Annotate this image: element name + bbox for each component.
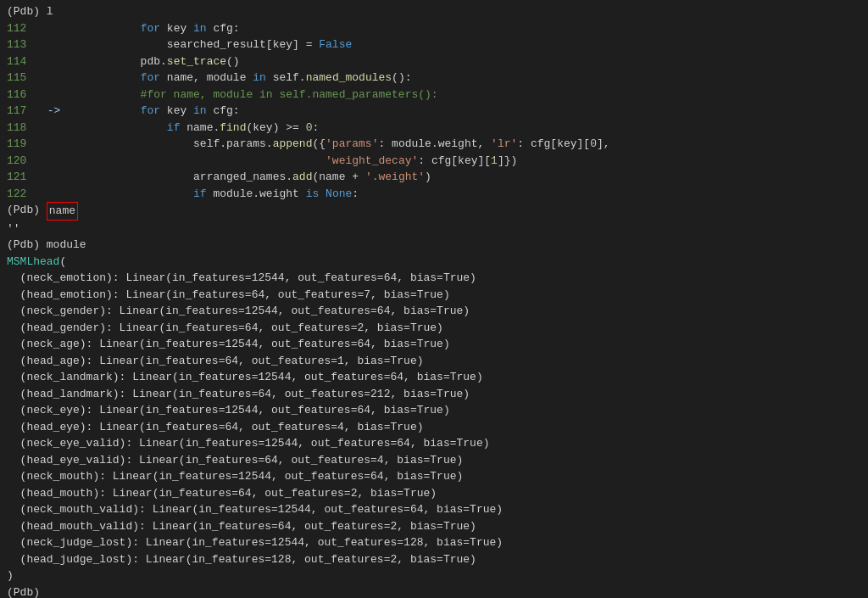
code-line-117: 117 -> for key in cfg: xyxy=(7,103,861,120)
pdb-module-line: (Pdb) module xyxy=(7,237,861,254)
module-neck-eye: (neck_eye): Linear(in_features=12544, ou… xyxy=(7,402,861,419)
module-neck-judge-lost: (neck_judge_lost): Linear(in_features=12… xyxy=(7,534,861,551)
module-text: (neck_mouth): Linear(in_features=12544, … xyxy=(7,468,463,485)
module-text: (head_eye): Linear(in_features=64, out_f… xyxy=(7,419,423,436)
pdb-name-line: (Pdb) name xyxy=(7,202,861,221)
module-text: (neck_mouth_valid): Linear(in_features=1… xyxy=(7,501,503,518)
code-line-121: 121 arranged_names.add(name + '.weight') xyxy=(7,169,861,186)
line-number-121: 121 xyxy=(7,169,41,186)
line-number-115: 115 xyxy=(7,70,41,87)
module-neck-age: (neck_age): Linear(in_features=12544, ou… xyxy=(7,336,861,353)
line-number-122: 122 xyxy=(7,186,41,203)
code-112: for key in cfg: xyxy=(61,20,240,37)
line-number-118: 118 xyxy=(7,120,41,137)
module-head-judge-lost: (head_judge_lost): Linear(in_features=12… xyxy=(7,551,861,568)
module-head-gender: (head_gender): Linear(in_features=64, ou… xyxy=(7,320,861,337)
arrow-112 xyxy=(41,20,61,37)
code-119: self.params.append({'params': module.wei… xyxy=(61,136,610,153)
line-number-120: 120 xyxy=(7,153,41,170)
line-number-117: 117 xyxy=(7,103,41,120)
module-head-mouth: (head_mouth): Linear(in_features=64, out… xyxy=(7,485,861,502)
pdb-final-prompt: (Pdb) xyxy=(7,584,40,599)
closing-paren-line: ) xyxy=(7,567,861,584)
code-117: for key in cfg: xyxy=(61,103,240,120)
msmlhead-open: ( xyxy=(59,254,66,271)
module-neck-gender: (neck_gender): Linear(in_features=12544,… xyxy=(7,303,861,320)
module-text: (neck_eye_valid): Linear(in_features=125… xyxy=(7,435,490,452)
terminal: (Pdb) l 112 for key in cfg: 113 searched… xyxy=(0,0,868,598)
arrow-119 xyxy=(41,136,61,153)
code-120: 'weight_decay': cfg[key][1]}) xyxy=(61,153,517,170)
line-number-114: 114 xyxy=(7,53,41,70)
module-text: (head_judge_lost): Linear(in_features=12… xyxy=(7,551,476,568)
code-116: #for name, module in self.named_paramete… xyxy=(61,87,438,103)
arrow-113 xyxy=(41,36,61,53)
module-text: (neck_eye): Linear(in_features=12544, ou… xyxy=(7,402,450,419)
code-118: if name.find(key) >= 0: xyxy=(61,120,319,137)
arrow-114 xyxy=(41,53,61,70)
module-text: (head_gender): Linear(in_features=64, ou… xyxy=(7,320,443,337)
arrow-121 xyxy=(41,169,61,186)
line-number-113: 113 xyxy=(7,36,41,53)
pdb-prompt-module: (Pdb) module xyxy=(7,237,86,254)
module-neck-mouth-valid: (neck_mouth_valid): Linear(in_features=1… xyxy=(7,501,861,518)
code-line-113: 113 searched_result[key] = False xyxy=(7,36,861,53)
module-text: (neck_emotion): Linear(in_features=12544… xyxy=(7,270,476,287)
module-text: (head_emotion): Linear(in_features=64, o… xyxy=(7,287,450,304)
arrow-117: -> xyxy=(41,103,61,120)
module-text: (head_eye_valid): Linear(in_features=64,… xyxy=(7,452,463,469)
pdb-prompt-name: (Pdb) xyxy=(7,202,47,221)
code-122: if module.weight is None: xyxy=(61,186,359,203)
module-head-eye-valid: (head_eye_valid): Linear(in_features=64,… xyxy=(7,452,861,469)
module-neck-eye-valid: (neck_eye_valid): Linear(in_features=125… xyxy=(7,435,861,452)
pdb-name-input: name xyxy=(47,202,78,221)
module-text: (head_mouth): Linear(in_features=64, out… xyxy=(7,485,437,502)
module-head-emotion: (head_emotion): Linear(in_features=64, o… xyxy=(7,287,861,304)
module-text: (head_mouth_valid): Linear(in_features=6… xyxy=(7,518,476,535)
msmlhead-line: MSMLhead( xyxy=(7,254,861,271)
arrow-116 xyxy=(41,87,61,103)
code-line-122: 122 if module.weight is None: xyxy=(7,186,861,203)
arrow-115 xyxy=(41,70,61,87)
module-text: (neck_gender): Linear(in_features=12544,… xyxy=(7,303,470,320)
code-line-114: 114 pdb.set_trace() xyxy=(7,53,861,70)
line-pdb-l: (Pdb) l xyxy=(7,3,861,20)
module-text: (head_landmark): Linear(in_features=64, … xyxy=(7,386,470,403)
arrow-118 xyxy=(41,120,61,137)
module-text: (head_age): Linear(in_features=64, out_f… xyxy=(7,353,423,370)
closing-paren: ) xyxy=(7,567,14,584)
code-line-115: 115 for name, module in self.named_modul… xyxy=(7,70,861,87)
code-121: arranged_names.add(name + '.weight') xyxy=(61,169,431,186)
arrow-120 xyxy=(41,153,61,170)
module-text: (neck_age): Linear(in_features=12544, ou… xyxy=(7,336,450,353)
module-neck-mouth: (neck_mouth): Linear(in_features=12544, … xyxy=(7,468,861,485)
code-line-120: 120 'weight_decay': cfg[key][1]}) xyxy=(7,153,861,170)
module-head-landmark: (head_landmark): Linear(in_features=64, … xyxy=(7,386,861,403)
arrow-122 xyxy=(41,186,61,203)
line-number-116: 116 xyxy=(7,87,41,103)
code-115: for name, module in self.named_modules()… xyxy=(61,70,412,87)
module-head-eye: (head_eye): Linear(in_features=64, out_f… xyxy=(7,419,861,436)
code-line-118: 118 if name.find(key) >= 0: xyxy=(7,120,861,137)
code-line-116: 116 #for name, module in self.named_para… xyxy=(7,87,861,103)
code-113: searched_result[key] = False xyxy=(61,36,352,53)
module-head-age: (head_age): Linear(in_features=64, out_f… xyxy=(7,353,861,370)
name-output-line: '' xyxy=(7,221,861,238)
code-114: pdb.set_trace() xyxy=(61,53,240,70)
module-head-mouth-valid: (head_mouth_valid): Linear(in_features=6… xyxy=(7,518,861,535)
name-output: '' xyxy=(7,221,20,238)
line-number-119: 119 xyxy=(7,136,41,153)
code-line-112: 112 for key in cfg: xyxy=(7,20,861,37)
line-number-112: 112 xyxy=(7,20,41,37)
module-text: (neck_landmark): Linear(in_features=1254… xyxy=(7,369,483,386)
module-text: (neck_judge_lost): Linear(in_features=12… xyxy=(7,534,503,551)
module-neck-emotion: (neck_emotion): Linear(in_features=12544… xyxy=(7,270,861,287)
code-line-119: 119 self.params.append({'params': module… xyxy=(7,136,861,153)
pdb-prompt-1: (Pdb) l xyxy=(7,3,53,20)
module-neck-landmark: (neck_landmark): Linear(in_features=1254… xyxy=(7,369,861,386)
pdb-final-prompt-line: (Pdb) xyxy=(7,584,861,599)
class-msmlhead: MSMLhead xyxy=(7,254,59,271)
